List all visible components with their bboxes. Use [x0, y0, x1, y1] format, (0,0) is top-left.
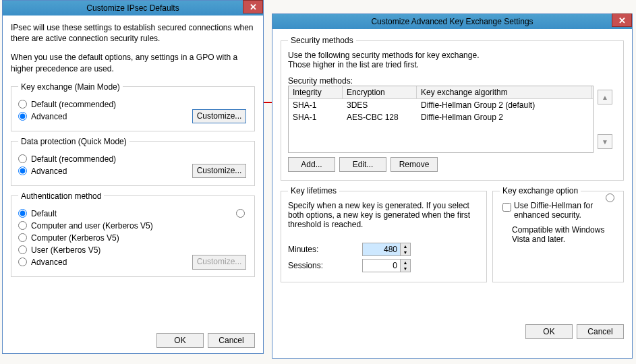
group-legend: Authentication method	[18, 191, 104, 201]
group-legend: Security methods	[288, 36, 356, 45]
radio-label: Default	[31, 209, 57, 218]
group-legend: Key exchange (Main Mode)	[18, 82, 123, 92]
radio-advanced[interactable]	[18, 112, 27, 121]
group-legend: Data protection (Quick Mode)	[18, 137, 129, 146]
table-row[interactable]: SHA-1 3DES Diffie-Hellman Group 2 (defau…	[289, 99, 593, 111]
radio-advanced[interactable]	[18, 257, 27, 266]
sessions-spinner[interactable]: ▲ ▼	[362, 259, 411, 272]
spin-down-icon[interactable]: ▼	[401, 266, 410, 272]
group-auth-method: Authentication method Default Computer a…	[11, 191, 255, 277]
radio-default[interactable]	[18, 154, 27, 163]
group-legend: Key lifetimes	[288, 186, 339, 195]
spin-up-icon[interactable]: ▲	[401, 260, 410, 266]
radio-label: Computer (Kerberos V5)	[31, 233, 119, 243]
group-security-methods: Security methods Use the following secur…	[281, 36, 624, 181]
radio-label: User (Kerberos V5)	[31, 245, 100, 255]
group-data-protection: Data protection (Quick Mode) Default (re…	[11, 137, 255, 186]
customize-button-disabled: Customize...	[192, 255, 246, 270]
radio-default[interactable]	[18, 209, 27, 218]
ok-button[interactable]: OK	[156, 333, 204, 348]
customize-button[interactable]: Customize...	[192, 109, 246, 123]
dialog-key-exchange-settings: Customize Advanced Key Exchange Settings…	[272, 13, 633, 359]
titlebar: Customize IPsec Defaults ✕	[3, 1, 263, 16]
checkbox-dh[interactable]	[502, 203, 511, 212]
edit-button[interactable]: Edit...	[339, 157, 386, 172]
add-button[interactable]: Add...	[288, 157, 335, 172]
dialog-title: Customize IPsec Defaults	[3, 3, 263, 13]
remove-button[interactable]: Remove	[391, 157, 438, 172]
radio-computer-user[interactable]	[18, 221, 27, 230]
cancel-button[interactable]: Cancel	[577, 324, 624, 339]
radio-label: Advanced	[31, 112, 67, 121]
move-down-icon[interactable]: ▼	[598, 134, 612, 149]
th-encryption: Encryption	[343, 86, 417, 98]
close-icon[interactable]: ✕	[612, 13, 632, 27]
spin-up-icon[interactable]: ▲	[401, 243, 410, 249]
close-icon[interactable]: ✕	[243, 0, 263, 13]
group-key-exchange: Key exchange (Main Mode) Default (recomm…	[11, 82, 255, 131]
radio-label: Default (recommended)	[31, 100, 116, 109]
sessions-input[interactable]	[363, 260, 400, 272]
radio-computer[interactable]	[18, 233, 27, 242]
titlebar: Customize Advanced Key Exchange Settings…	[272, 14, 632, 29]
group-legend: Key exchange option	[500, 186, 581, 195]
move-up-icon[interactable]: ▲	[598, 90, 612, 104]
desc-text: When you use the default options, any se…	[11, 52, 255, 73]
table-label: Security methods:	[288, 76, 616, 86]
th-integrity: Integrity	[289, 86, 343, 98]
security-methods-table[interactable]: Integrity Encryption Key exchange algori…	[288, 86, 594, 153]
cancel-button[interactable]: Cancel	[208, 333, 255, 348]
dialog-title: Customize Advanced Key Exchange Settings	[272, 17, 632, 26]
radio-user[interactable]	[18, 245, 27, 254]
minutes-label: Minutes:	[288, 245, 362, 254]
spin-down-icon[interactable]: ▼	[401, 249, 410, 255]
dialog-ipsec-defaults: Customize IPsec Defaults ✕ IPsec will us…	[2, 0, 264, 354]
ok-button[interactable]: OK	[525, 324, 573, 339]
radio-default[interactable]	[18, 100, 27, 109]
compat-text: Compatible with Windows Vista and later.	[512, 225, 616, 244]
sessions-label: Sessions:	[288, 261, 362, 270]
group-key-lifetimes: Key lifetimes Specify when a new key is …	[281, 186, 487, 282]
radio-advanced[interactable]	[18, 166, 27, 175]
desc-text: IPsec will use these settings to establi…	[11, 22, 255, 44]
radio-label: Computer and user (Kerberos V5)	[31, 221, 153, 231]
group-key-exchange-option: Key exchange option Use Diffie-Hellman f…	[492, 186, 624, 282]
checkbox-label: Use Diffie-Hellman for enhanced security…	[514, 201, 616, 220]
customize-button[interactable]: Customize...	[192, 164, 246, 178]
desc-text: Those higher in the list are tried first…	[288, 60, 616, 69]
desc-text: Specify when a new key is generated. If …	[288, 201, 480, 229]
radio-ko[interactable]	[606, 193, 614, 202]
desc-text: Use the following security methods for k…	[288, 51, 616, 60]
th-algorithm: Key exchange algorithm	[417, 86, 592, 98]
radio-extra[interactable]	[236, 209, 245, 218]
minutes-input[interactable]	[363, 243, 400, 255]
table-row[interactable]: SHA-1 AES-CBC 128 Diffie-Hellman Group 2	[289, 111, 593, 123]
radio-label: Advanced	[31, 166, 67, 176]
minutes-spinner[interactable]: ▲ ▼	[362, 243, 411, 256]
radio-label: Default (recommended)	[31, 154, 116, 164]
radio-label: Advanced	[31, 257, 67, 267]
